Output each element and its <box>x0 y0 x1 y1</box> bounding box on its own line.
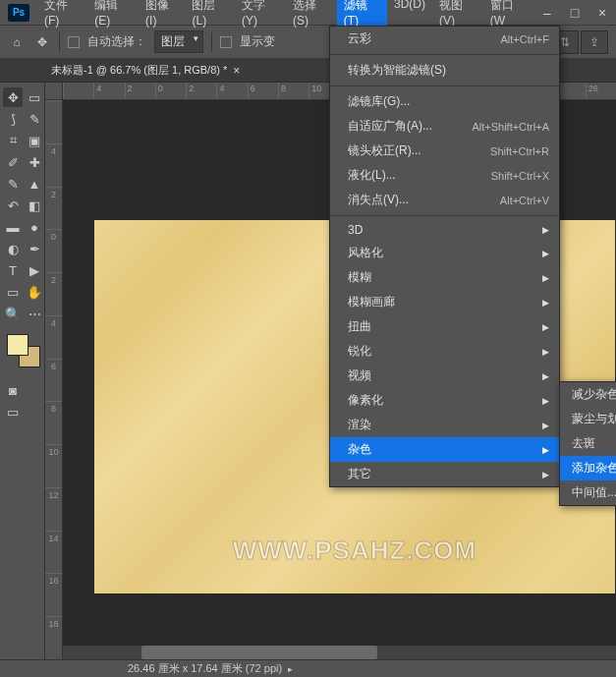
menu-item[interactable]: 风格化▶ <box>330 241 559 265</box>
brush-tool[interactable]: ✎ <box>3 174 23 194</box>
extra-tool[interactable]: ⋯ <box>25 304 44 323</box>
menu-item-label: 杂色 <box>348 441 542 458</box>
submenu-item[interactable]: 中间值... <box>560 480 616 505</box>
submenu-item[interactable]: 去斑 <box>560 431 616 456</box>
dodge-tool[interactable]: ◐ <box>3 239 23 258</box>
tools-panel: ✥▭ ⟆✎ ⌗▣ ✐✚ ✎▲ ↶◧ ▬● ◐✒ T▶ ▭✋ 🔍⋯ ◙ ▭ <box>0 83 45 659</box>
submenu-item-label: 减少杂色... <box>572 386 616 403</box>
close-button[interactable]: × <box>588 3 616 23</box>
crop-tool[interactable]: ⌗ <box>3 131 23 150</box>
ruler-tick: 4 <box>216 83 247 99</box>
submenu-item[interactable]: 蒙尘与划痕 <box>560 407 616 431</box>
submenu-item[interactable]: 添加杂色... <box>560 456 616 480</box>
menu-1[interactable]: 编辑(E) <box>87 0 139 31</box>
ruler-tick: 4 <box>93 83 124 99</box>
color-swatches <box>2 334 45 367</box>
menu-item[interactable]: 云彩Alt+Ctrl+F <box>330 27 559 51</box>
auto-select-checkbox[interactable] <box>68 36 80 48</box>
frame-tool[interactable]: ▣ <box>25 131 44 150</box>
blur-tool[interactable]: ● <box>25 217 44 237</box>
pen-tool[interactable]: ✒ <box>25 239 44 258</box>
submenu-arrow-icon: ▶ <box>542 322 549 332</box>
quick-select-tool[interactable]: ✎ <box>25 109 44 129</box>
share-button[interactable]: ⇪ <box>581 30 608 54</box>
target-dropdown[interactable]: 图层 <box>154 30 203 53</box>
menu-2[interactable]: 图像(I) <box>139 0 185 31</box>
foreground-swatch[interactable] <box>7 334 28 356</box>
lasso-tool[interactable]: ⟆ <box>3 109 23 129</box>
ruler-tick: 6 <box>45 359 62 402</box>
home-icon[interactable]: ⌂ <box>8 33 26 51</box>
menu-item[interactable]: 模糊▶ <box>330 265 559 290</box>
ruler-tick: 8 <box>45 401 62 444</box>
menu-item[interactable]: 3D▶ <box>330 219 559 241</box>
menu-item[interactable]: 消失点(V)...Alt+Ctrl+V <box>330 188 559 212</box>
submenu-item[interactable]: 减少杂色... <box>560 382 616 407</box>
menu-item[interactable]: 转换为智能滤镜(S) <box>330 58 559 83</box>
move-tool-icon[interactable]: ✥ <box>33 33 51 51</box>
ruler-tick: 4 <box>45 315 62 359</box>
menu-item-label: 其它 <box>348 466 542 482</box>
shape-tool[interactable]: ▭ <box>3 282 23 302</box>
menu-item[interactable]: 像素化▶ <box>330 388 559 413</box>
scrollbar-thumb[interactable] <box>141 646 377 659</box>
menu-item[interactable]: 镜头校正(R)...Shift+Ctrl+R <box>330 139 559 163</box>
ruler-tick: 10 <box>45 444 62 487</box>
menu-item-label: 锐化 <box>348 343 542 360</box>
type-tool[interactable]: T <box>3 260 23 280</box>
path-select-tool[interactable]: ▶ <box>25 260 44 280</box>
ruler-tick: 2 <box>45 272 62 315</box>
horizontal-scrollbar[interactable] <box>63 646 616 659</box>
eyedropper-tool[interactable]: ✐ <box>3 152 23 172</box>
submenu-arrow-icon: ▶ <box>542 470 549 480</box>
stamp-tool[interactable]: ▲ <box>25 174 44 194</box>
minimize-button[interactable]: – <box>533 3 561 23</box>
hand-tool[interactable]: ✋ <box>25 282 44 302</box>
show-transform-checkbox[interactable] <box>220 36 232 48</box>
submenu-arrow-icon: ▶ <box>542 249 549 258</box>
menu-4[interactable]: 文字(Y) <box>235 0 286 31</box>
menu-item-label: 自适应广角(A)... <box>348 118 460 135</box>
gradient-tool[interactable]: ▬ <box>3 217 23 237</box>
titlebar: Ps 文件(F)编辑(E)图像(I)图层(L)文字(Y)选择(S)滤镜(T)3D… <box>0 0 616 26</box>
menu-separator <box>330 54 559 55</box>
menu-item[interactable]: 杂色▶ <box>330 437 559 462</box>
zoom-tool[interactable]: 🔍 <box>3 304 23 323</box>
menu-item-label: 云彩 <box>348 30 488 47</box>
app-logo: Ps <box>8 4 29 22</box>
submenu-item-label: 蒙尘与划痕 <box>572 411 616 427</box>
document-tab[interactable]: 未标题-1 @ 66.7% (图层 1, RGB/8) * × <box>43 60 248 81</box>
menu-item-label: 模糊 <box>348 269 542 286</box>
eraser-tool[interactable]: ◧ <box>25 196 44 215</box>
menu-0[interactable]: 文件(F) <box>37 0 87 31</box>
show-transform-label: 显示变 <box>240 33 275 50</box>
menu-3[interactable]: 图层(L) <box>185 0 235 31</box>
ruler-vertical: 42024681012141618 <box>45 100 63 659</box>
maximize-button[interactable]: □ <box>561 3 588 23</box>
menu-item[interactable]: 渲染▶ <box>330 413 559 437</box>
menu-item[interactable]: 模糊画廊▶ <box>330 290 559 314</box>
filter-menu: 云彩Alt+Ctrl+F转换为智能滤镜(S)滤镜库(G)...自适应广角(A).… <box>329 26 560 487</box>
quickmask-tool[interactable]: ◙ <box>3 380 23 400</box>
menu-item-label: 扭曲 <box>348 318 542 335</box>
menu-item[interactable]: 液化(L)...Shift+Ctrl+X <box>330 163 559 188</box>
menu-item[interactable]: 视频▶ <box>330 364 559 388</box>
marquee-tool[interactable]: ▭ <box>25 87 44 107</box>
menu-item[interactable]: 自适应广角(A)...Alt+Shift+Ctrl+A <box>330 114 559 139</box>
menu-item[interactable]: 扭曲▶ <box>330 314 559 339</box>
menu-item[interactable]: 其它▶ <box>330 462 559 486</box>
ruler-tick: 2 <box>186 83 216 99</box>
menu-item[interactable]: 锐化▶ <box>330 339 559 364</box>
status-text: 26.46 厘米 x 17.64 厘米 (72 ppi) <box>128 661 282 676</box>
menu-item-shortcut: Shift+Ctrl+R <box>490 145 549 157</box>
menu-item-label: 转换为智能滤镜(S) <box>348 62 549 79</box>
screenmode-tool[interactable]: ▭ <box>3 402 23 422</box>
close-tab-icon[interactable]: × <box>233 64 240 78</box>
submenu-arrow-icon: ▶ <box>542 371 549 381</box>
submenu-arrow-icon: ▶ <box>542 396 549 406</box>
heal-tool[interactable]: ✚ <box>25 152 44 172</box>
move-tool[interactable]: ✥ <box>3 87 23 107</box>
menu-item[interactable]: 滤镜库(G)... <box>330 89 559 114</box>
submenu-arrow-icon: ▶ <box>542 225 549 235</box>
history-brush-tool[interactable]: ↶ <box>3 196 23 215</box>
